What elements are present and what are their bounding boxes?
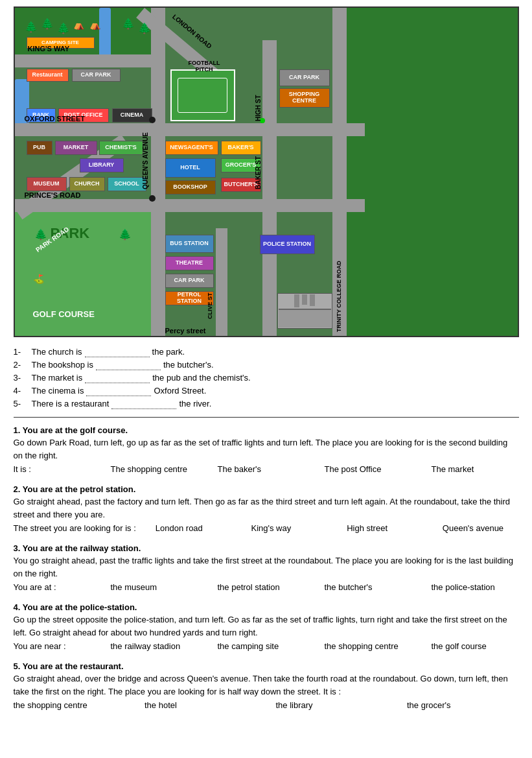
- question-label-2: The street you are looking for is :: [14, 523, 136, 533]
- high-street-road: [262, 40, 277, 337]
- river-vertical: [99, 8, 111, 56]
- exercise-text-before-1: The church is: [32, 347, 82, 357]
- market-building: MARKET: [55, 141, 97, 155]
- tent-icon-1: ⛺: [73, 19, 84, 30]
- baker-st-road-label: BAKER ST: [255, 131, 262, 189]
- choice-4-4: the golf course: [432, 641, 519, 651]
- queens-avenue-road-label: QUEEN'S AVENUE: [142, 60, 149, 189]
- tree-icon-1: 🌲: [25, 21, 38, 33]
- question-label-1: It is :: [14, 464, 91, 474]
- newsagents-building: NEWSAGENT'S: [165, 141, 218, 155]
- hotel-building: HOTEL: [165, 158, 216, 178]
- tent-icon-2: ⛺: [89, 19, 100, 30]
- golf-flag-icon: ⛳: [33, 274, 44, 284]
- choice-3-2: the petrol station: [218, 582, 305, 592]
- question-title-2: 2. You are at the petrol station.: [14, 484, 519, 494]
- exercise-line-3: 3- The market is the pub and the chemist…: [14, 373, 519, 383]
- choice-4-3: the shopping centre: [325, 641, 412, 651]
- question-block-4: 4. You are at the police-station. Go up …: [14, 602, 519, 651]
- choice-3-1: the museum: [111, 582, 198, 592]
- exercise-text-after-2: the butcher's.: [163, 360, 214, 370]
- exercise-text-after-5: the river.: [179, 399, 211, 409]
- choice-5-3: the library: [276, 700, 388, 710]
- question-directions-2: Go straight ahead, past the factory and …: [14, 495, 519, 521]
- choice-4-2: the camping site: [218, 641, 305, 651]
- choice-3-4: the police-station: [432, 582, 519, 592]
- princes-road-label: PRINCE'S ROAD: [25, 191, 81, 199]
- princes-road-road: [15, 199, 365, 212]
- library-building: LIBRARY: [80, 158, 124, 172]
- exercise-line-2: 2- The bookshop is the butcher's.: [14, 360, 519, 370]
- exercise-text-before-2: The bookshop is: [32, 360, 93, 370]
- exercise-num-2: 2-: [14, 360, 32, 370]
- exercise-text-after-4: Oxford Street.: [154, 386, 206, 396]
- tree-icon-3: 🌲: [57, 22, 70, 34]
- choice-1-3: The post Office: [325, 464, 412, 474]
- question-title-4: 4. You are at the police-station.: [14, 602, 519, 612]
- question-directions-1: Go down Park Road, turn left, go up as f…: [14, 436, 519, 462]
- choice-5-4: the grocer's: [407, 700, 519, 710]
- intersection-dot-2: [149, 117, 156, 123]
- car-park-top-building: CAR PARK: [279, 69, 330, 86]
- exercise-num-4: 4-: [14, 386, 32, 396]
- question-block-2: 2. You are at the petrol station. Go str…: [14, 484, 519, 533]
- town-map: 🌲 🌲 🌲 🌲 🌲 ⛺ ⛺ CAMPING SITE KING'S WAY Re…: [14, 6, 519, 337]
- high-street-road-label: HIGH ST: [255, 43, 262, 121]
- choices-row-1: It is : The shopping centre The baker's …: [14, 464, 519, 474]
- question-directions-5: Go straight ahead, over the bridge and a…: [14, 672, 519, 698]
- chimney-1: [294, 294, 299, 307]
- oxford-street-label: OXFORD STREET: [25, 115, 86, 123]
- museum-building: MUSEUM: [27, 177, 67, 191]
- choice-2-1: London road: [156, 523, 232, 533]
- pub-building: PUB: [27, 141, 52, 155]
- choice-1-1: The shopping centre: [111, 464, 198, 474]
- choice-2-2: King's way: [251, 523, 327, 533]
- choice-2-4: Queen's avenue: [443, 523, 519, 533]
- exercises-container: 1- The church is the park. 2- The booksh…: [14, 347, 519, 710]
- question-title-3: 3. You are at the railway station.: [14, 543, 519, 553]
- intersection-dot-1: [149, 195, 156, 202]
- exercise-text-after-1: the park.: [152, 347, 185, 357]
- percy-street-label: Percy street: [165, 327, 206, 335]
- question-label-3: You are at :: [14, 582, 91, 592]
- police-station-building: POLICE STATION: [260, 235, 315, 254]
- factory-body: [279, 309, 331, 327]
- golf-course-label: GOLF COURSE: [33, 309, 95, 319]
- school-building: SCHOOL: [108, 177, 146, 191]
- tree-icon-5: 🌲: [138, 22, 151, 34]
- london-road-h: [15, 54, 125, 67]
- choice-1-4: The market: [432, 464, 519, 474]
- factory-building: [277, 293, 332, 329]
- bookshop-building: BOOKSHOP: [165, 180, 216, 195]
- question-label-4: You are near :: [14, 641, 91, 651]
- exercise-line-1: 1- The church is the park.: [14, 347, 519, 357]
- exercise-text-after-3: the pub and the chemist's.: [152, 373, 250, 383]
- queens-avenue-road: [151, 8, 165, 337]
- exercise-text-before-3: The market is: [32, 373, 83, 383]
- question-directions-3: You go straight ahead, past the traffic …: [14, 554, 519, 580]
- restaurant-building: Restaurant: [27, 69, 69, 82]
- question-block-1: 1. You are at the golf course. Go down P…: [14, 425, 519, 474]
- choice-5-2: the hotel: [145, 700, 257, 710]
- clive-street-road: [216, 228, 227, 337]
- church-building: CHURCH: [69, 177, 105, 191]
- section-divider: [14, 417, 519, 418]
- car-park-1-building: CAR PARK: [72, 69, 121, 82]
- choices-row-5: the shopping centre the hotel the librar…: [14, 700, 519, 710]
- clive-st-label: CLIVE ST: [207, 235, 213, 319]
- chimney-2: [302, 294, 307, 305]
- choice-1-2: The baker's: [218, 464, 305, 474]
- choice-3-3: the butcher's: [325, 582, 412, 592]
- choices-row-3: You are at : the museum the petrol stati…: [14, 582, 519, 592]
- exercise-dotted-1: [85, 347, 150, 357]
- exercise-part1: 1- The church is the park. 2- The booksh…: [14, 347, 519, 409]
- factory-chimneys: [294, 294, 315, 307]
- exercise-dotted-5: [111, 399, 176, 409]
- choice-2-3: High street: [347, 523, 423, 533]
- choice-4-1: the railway stadion: [111, 641, 198, 651]
- question-title-1: 1. You are at the golf course.: [14, 425, 519, 435]
- choices-row-2: The street you are looking for is : Lond…: [14, 523, 519, 533]
- question-title-5: 5. You are at the restaurant.: [14, 661, 519, 671]
- exercise-num-5: 5-: [14, 399, 32, 409]
- football-pitch: [170, 69, 235, 121]
